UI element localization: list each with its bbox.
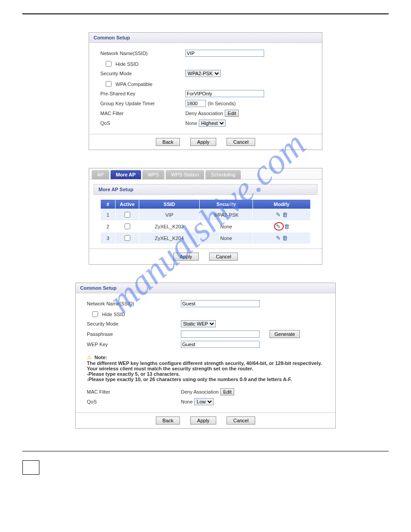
ap-table: # Active SSID Security Modify 1 VIP WPA2… (100, 199, 311, 244)
gk-unit: (In Seconds) (208, 101, 235, 106)
col-modify: Modify (253, 200, 311, 209)
note-line: -Please type exactly 5, or 13 characters… (87, 371, 180, 377)
security-mode-label: Security Mode (100, 71, 185, 76)
network-name-label: Network Name(SSID) (100, 51, 185, 56)
row-num: 2 (101, 221, 116, 232)
row-active-checkbox[interactable] (124, 235, 130, 241)
col-active: Active (116, 200, 139, 209)
qos-text: None (185, 120, 197, 126)
tab-wps-station[interactable]: WPS Station (166, 170, 204, 179)
row-active-checkbox[interactable] (124, 212, 130, 218)
generate-button[interactable]: Generate (270, 330, 300, 338)
more-ap-title: More AP Setup (94, 184, 317, 195)
row-ssid: ZyXEL_K204 (139, 232, 200, 244)
common-setup-panel-1: Common Setup Network Name(SSID) Hide SSI… (89, 32, 322, 150)
table-row: 2 ZyXEL_K203 None ✎🗑 (101, 221, 311, 232)
col-security: Security (200, 200, 253, 209)
network-name-label: Network Name(SSID) (87, 301, 181, 306)
apply-button[interactable]: Apply (190, 138, 216, 146)
note-icon: ⚠ (87, 354, 92, 360)
edit-icon[interactable]: ✎ (276, 211, 281, 218)
tab-bar: AP More AP WPS WPS Station Scheduling (89, 168, 322, 179)
qos-label: QoS (100, 120, 185, 126)
tab-ap[interactable]: AP (92, 170, 109, 179)
network-name-input[interactable] (185, 50, 264, 57)
row-active-checkbox[interactable] (124, 223, 130, 229)
tab-more-ap[interactable]: More AP (111, 170, 141, 179)
security-mode-label: Security Mode (87, 321, 181, 326)
mac-text: Deny Association (185, 111, 223, 116)
top-rule (22, 13, 389, 14)
wepkey-input[interactable] (181, 341, 260, 348)
panel-title: Common Setup (89, 33, 322, 43)
row-security: None (200, 221, 253, 232)
qos-select[interactable]: Low (194, 398, 214, 405)
wpa-compatible-checkbox[interactable] (106, 81, 111, 87)
hide-ssid-checkbox[interactable] (92, 311, 98, 317)
table-row: 3 ZyXEL_K204 None ✎🗑 (101, 232, 311, 244)
edit-button[interactable]: Edit (225, 110, 239, 117)
note-line: -Please type exactly 10, or 26 character… (87, 377, 292, 382)
table-row: 1 VIP WPA2-PSK ✎🗑 (101, 209, 311, 221)
cancel-button[interactable]: Cancel (227, 138, 255, 146)
col-num: # (101, 200, 116, 209)
edit-button[interactable]: Edit (220, 388, 234, 395)
row-num: 1 (101, 209, 116, 221)
psk-input[interactable] (185, 90, 264, 97)
apply-button[interactable]: Apply (173, 253, 199, 261)
cancel-button[interactable]: Cancel (227, 416, 255, 425)
note-block: ⚠ Note: The different WEP key lengths co… (87, 354, 324, 382)
col-ssid: SSID (139, 200, 200, 209)
qos-text: None (181, 399, 193, 404)
mac-label: MAC Filter (87, 389, 181, 395)
mac-text: Deny Association (181, 389, 218, 395)
row-security: None (200, 232, 253, 244)
qos-label: QoS (87, 399, 181, 404)
back-button[interactable]: Back (156, 416, 180, 425)
note-title: Note: (94, 355, 107, 360)
tab-scheduling[interactable]: Scheduling (206, 170, 240, 179)
row-ssid: ZyXEL_K203 (139, 221, 200, 232)
back-button[interactable]: Back (156, 138, 180, 146)
delete-icon[interactable]: 🗑 (282, 235, 288, 241)
page-number-box (22, 460, 39, 475)
gk-input[interactable] (185, 100, 206, 107)
security-mode-select[interactable]: WPA2-PSK (185, 70, 221, 77)
network-name-input[interactable] (181, 300, 260, 307)
row-ssid: VIP (139, 209, 200, 221)
mac-label: MAC Filter (100, 111, 185, 116)
hide-ssid-label: Hide SSID (102, 312, 125, 317)
psk-label: Pre-Shared Key (100, 91, 185, 96)
hide-ssid-checkbox[interactable] (106, 61, 111, 67)
cancel-button[interactable]: Cancel (209, 253, 238, 261)
note-line: The different WEP key lengths configure … (87, 360, 322, 371)
apply-button[interactable]: Apply (190, 416, 216, 425)
security-mode-select[interactable]: Static WEP (181, 320, 216, 327)
bottom-rule (22, 451, 389, 451)
delete-icon[interactable]: 🗑 (282, 211, 288, 218)
row-num: 3 (101, 232, 116, 244)
highlight-circle: ✎ (274, 222, 284, 231)
edit-icon[interactable]: ✎ (276, 223, 281, 230)
row-security: WPA2-PSK (200, 209, 253, 221)
gk-label: Group Key Update Timer (100, 101, 185, 106)
passphrase-input[interactable] (181, 330, 260, 338)
more-ap-panel: AP More AP WPS WPS Station Scheduling Mo… (89, 168, 322, 265)
hide-ssid-label: Hide SSID (116, 61, 138, 67)
passphrase-label: Passphrase (87, 331, 181, 337)
wepkey-label: WEP Key (87, 342, 181, 347)
panel-title: Common Setup (76, 283, 335, 293)
delete-icon[interactable]: 🗑 (284, 223, 290, 230)
edit-icon[interactable]: ✎ (276, 235, 281, 241)
tab-wps[interactable]: WPS (142, 170, 164, 179)
common-setup-panel-2: Common Setup Network Name(SSID) Hide SSI… (75, 283, 336, 429)
qos-select[interactable]: Highest (199, 120, 226, 127)
wpa-compatible-label: WPA Compatible (116, 82, 152, 87)
